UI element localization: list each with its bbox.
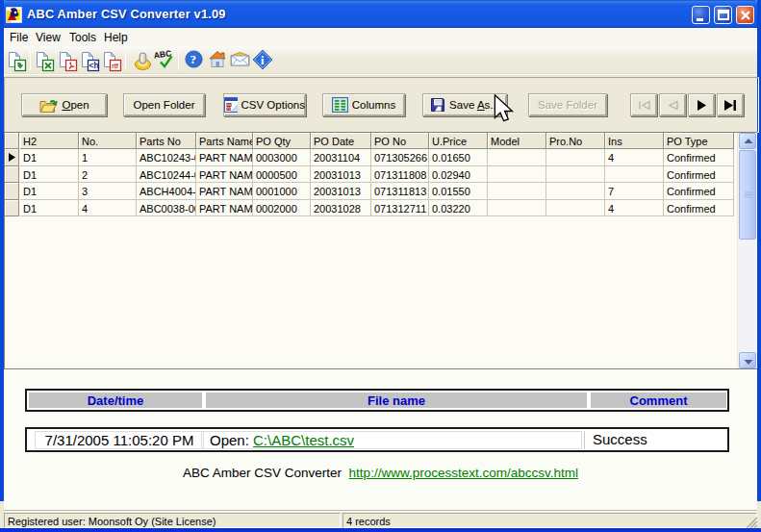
svg-text:<h: <h <box>89 61 99 70</box>
svg-text:?: ? <box>190 52 197 66</box>
svg-text:i: i <box>261 54 265 67</box>
svg-text:rtf: rtf <box>112 63 119 69</box>
